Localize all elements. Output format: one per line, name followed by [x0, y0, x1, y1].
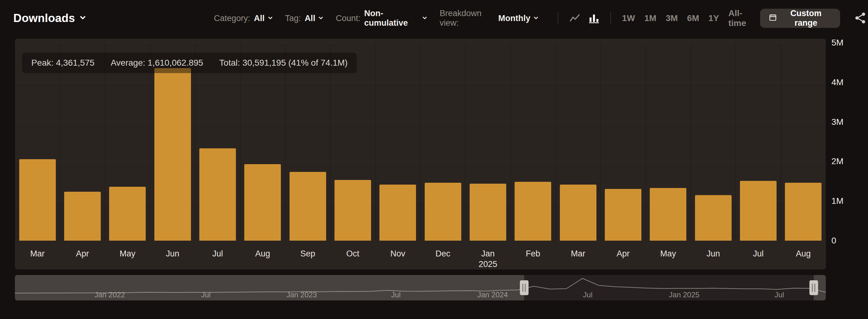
gridline-vertical [14, 43, 15, 241]
x-axis-label: Jul [212, 248, 223, 259]
range-navigator[interactable]: Jan 2022JulJan 2023JulJan 2024JulJan 202… [15, 275, 826, 300]
count-value: Non-cumulative [364, 9, 420, 28]
y-axis-label: 1M [831, 197, 843, 206]
x-axis-label: Sep [300, 248, 315, 259]
navigator-axis-label: Jul [391, 290, 401, 299]
downloads-title-dropdown[interactable]: Downloads [13, 0, 87, 37]
bar-chart-icon [588, 12, 600, 25]
bar-dec-9[interactable] [425, 183, 461, 241]
stat-total: Total: 30,591,195 (41% of 74.1M) [219, 58, 347, 68]
range-6m[interactable]: 6M [687, 13, 699, 23]
line-chart-toggle[interactable] [567, 10, 583, 27]
gridline-vertical [645, 43, 646, 241]
x-axis-label: May [120, 248, 135, 259]
y-axis-label: 4M [831, 78, 843, 87]
navigator-axis-label: Jul [583, 290, 593, 299]
gridline-vertical [465, 43, 466, 241]
bar-aug-17[interactable] [785, 183, 822, 241]
bar-oct-7[interactable] [335, 180, 371, 241]
stats-overlay: Peak: 4,361,575 Average: 1,610,062.895 T… [22, 52, 357, 73]
range-1w[interactable]: 1W [622, 13, 635, 23]
downloads-dashboard: Downloads Category: All Tag: All [0, 0, 868, 319]
bar-aug-5[interactable] [244, 164, 281, 241]
range-1m[interactable]: 1M [645, 13, 657, 23]
gridline-vertical [735, 43, 736, 241]
bar-nov-8[interactable] [379, 185, 416, 241]
x-axis-label: Jul [753, 248, 764, 259]
gridline-vertical [826, 43, 826, 241]
range-all-time[interactable]: All-time [728, 8, 749, 28]
bar-sep-6[interactable] [289, 172, 326, 241]
y-axis-label: 3M [831, 117, 843, 127]
bar-may-14[interactable] [650, 188, 686, 241]
x-axis-label: Mar [571, 248, 585, 259]
range-1y[interactable]: 1Y [708, 13, 719, 23]
bar-mar-12[interactable] [560, 185, 596, 241]
divider [558, 12, 558, 25]
navigator-handle-right[interactable] [809, 280, 818, 295]
tag-filter[interactable]: Tag: All [285, 13, 324, 23]
x-axis-label: Apr [76, 248, 89, 259]
navigator-axis-label: Jul [201, 290, 211, 299]
x-axis-label: Nov [390, 248, 405, 259]
tag-value: All [305, 13, 316, 23]
custom-range-label: Custom range [781, 9, 831, 28]
custom-range-button[interactable]: Custom range [760, 9, 840, 28]
navigator-axis-label: Jul [775, 290, 784, 299]
breakdown-view-filter[interactable]: Breakdown view: Monthly [440, 9, 539, 28]
gridline-vertical [690, 43, 691, 241]
x-axis-label: Aug [255, 248, 270, 259]
navigator-axis-label: Jan 2023 [286, 290, 317, 299]
x-axis-label: May [660, 248, 676, 259]
bar-jan-10[interactable] [470, 184, 506, 241]
y-axis-label: 2M [831, 157, 843, 166]
category-label: Category: [214, 13, 250, 23]
handle-grip [525, 284, 526, 292]
chevron-down-icon [79, 13, 87, 23]
x-axis-label: Feb [526, 248, 540, 259]
count-label: Count: [336, 13, 361, 23]
x-axis-label: Aug [796, 248, 811, 259]
x-axis-year-label: 2025 [478, 259, 497, 270]
breakdown-label: Breakdown view: [440, 9, 494, 28]
gridline-vertical [600, 43, 601, 241]
handle-grip [814, 284, 815, 292]
bar-jul-16[interactable] [740, 181, 777, 241]
y-axis-label: 0 [831, 236, 836, 245]
bar-feb-11[interactable] [515, 182, 551, 241]
gridline-vertical [375, 43, 376, 241]
filter-bar: Category: All Tag: All Count: Non-cumula… [214, 0, 868, 37]
bar-jun-15[interactable] [695, 195, 732, 241]
chevron-down-icon [267, 13, 273, 23]
navigator-handle-left[interactable] [520, 280, 529, 295]
range-3m[interactable]: 3M [665, 13, 678, 23]
stat-peak: Peak: 4,361,575 [31, 58, 95, 68]
gridline-vertical [781, 43, 781, 241]
x-axis-label: Jun [707, 248, 720, 259]
chart-panel: Peak: 4,361,575 Average: 1,610,062.895 T… [15, 39, 826, 270]
bar-jul-4[interactable] [199, 148, 236, 241]
navigator-axis-label: Jan 2022 [95, 290, 125, 299]
y-axis-label: 5M [831, 38, 843, 47]
chevron-down-icon [318, 13, 324, 23]
bar-apr-13[interactable] [605, 189, 641, 241]
page-title: Downloads [13, 12, 75, 25]
bar-may-2[interactable] [109, 187, 146, 241]
count-filter[interactable]: Count: Non-cumulative [336, 9, 428, 28]
x-axis-label: Dec [436, 248, 451, 259]
navigator-mask-left[interactable] [15, 275, 524, 300]
share-icon[interactable] [852, 10, 868, 27]
gridline-vertical [420, 43, 421, 241]
bar-apr-1[interactable] [64, 192, 101, 241]
chevron-down-icon [533, 13, 539, 23]
category-value: All [254, 13, 265, 23]
bar-mar-0[interactable] [19, 159, 56, 241]
x-axis-label: Jan2025 [478, 248, 497, 270]
bar-chart-toggle[interactable] [586, 10, 602, 27]
handle-grip [812, 284, 813, 292]
bar-jun-3[interactable] [154, 68, 191, 241]
tag-label: Tag: [285, 13, 301, 23]
chevron-down-icon [422, 13, 428, 23]
category-filter[interactable]: Category: All [214, 13, 273, 23]
gridline-vertical [510, 43, 511, 241]
